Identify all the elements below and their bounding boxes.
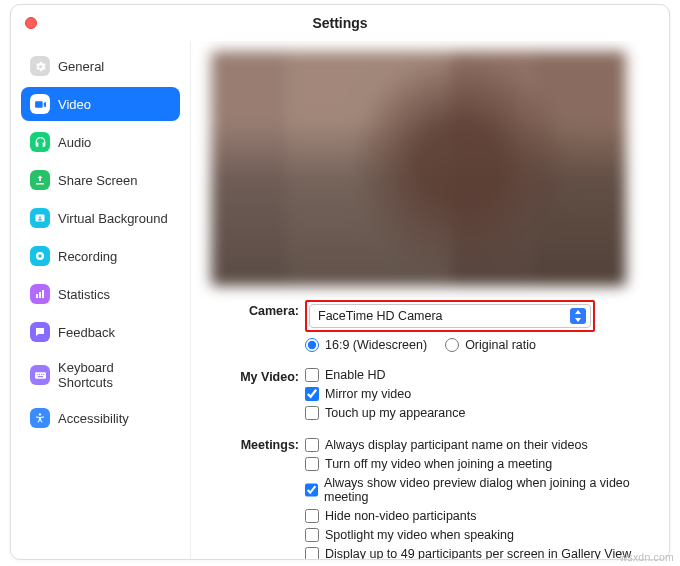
svg-rect-4 (36, 294, 38, 298)
sidebar-item-statistics[interactable]: Statistics (21, 277, 180, 311)
sidebar-item-label: Statistics (58, 287, 110, 302)
aspect-widescreen-radio[interactable]: 16:9 (Widescreen) (305, 336, 427, 354)
watermark: wsxdn.com (620, 551, 674, 563)
titlebar: Settings (11, 5, 669, 41)
camera-select-highlight: FaceTime HD Camera (305, 300, 595, 332)
aspect-original-radio[interactable]: Original ratio (445, 336, 536, 354)
svg-point-3 (38, 254, 42, 258)
touch-up-checkbox[interactable]: Touch up my appearance (305, 404, 649, 422)
my-video-label: My Video: (211, 366, 299, 422)
accessibility-icon (30, 408, 50, 428)
sidebar-item-label: Recording (58, 249, 117, 264)
sidebar-item-label: Accessibility (58, 411, 129, 426)
svg-rect-9 (38, 373, 39, 374)
sidebar-item-virtual-background[interactable]: Virtual Background (21, 201, 180, 235)
svg-rect-12 (37, 376, 42, 377)
sidebar-item-share-screen[interactable]: Share Screen (21, 163, 180, 197)
sidebar-item-label: Keyboard Shortcuts (58, 360, 171, 390)
sidebar-item-recording[interactable]: Recording (21, 239, 180, 273)
camera-select[interactable]: FaceTime HD Camera (309, 304, 591, 328)
svg-point-1 (39, 216, 41, 218)
svg-rect-5 (39, 292, 41, 298)
keyboard-icon (30, 365, 50, 385)
spotlight-checkbox[interactable]: Spotlight my video when speaking (305, 526, 649, 544)
svg-point-13 (39, 413, 41, 415)
headphones-icon (30, 132, 50, 152)
sidebar-item-feedback[interactable]: Feedback (21, 315, 180, 349)
enable-hd-checkbox[interactable]: Enable HD (305, 366, 649, 384)
sidebar-item-label: Video (58, 97, 91, 112)
video-preview (211, 51, 626, 286)
sidebar-item-label: General (58, 59, 104, 74)
virtual-background-icon (30, 208, 50, 228)
svg-rect-6 (42, 290, 44, 298)
close-icon[interactable] (25, 17, 37, 29)
settings-window: Settings General Video Audio (10, 4, 670, 560)
camera-label: Camera: (211, 300, 299, 360)
window-title: Settings (312, 15, 367, 31)
video-icon (30, 94, 50, 114)
sidebar-item-video[interactable]: Video (21, 87, 180, 121)
sidebar-item-general[interactable]: General (21, 49, 180, 83)
svg-rect-7 (35, 372, 46, 379)
recording-icon (30, 246, 50, 266)
hide-nonvideo-checkbox[interactable]: Hide non-video participants (305, 507, 649, 525)
camera-select-value: FaceTime HD Camera (318, 309, 443, 323)
feedback-icon (30, 322, 50, 342)
statistics-icon (30, 284, 50, 304)
sidebar-item-keyboard-shortcuts[interactable]: Keyboard Shortcuts (21, 353, 180, 397)
svg-rect-8 (36, 373, 37, 374)
svg-rect-10 (41, 373, 42, 374)
share-screen-icon (30, 170, 50, 190)
chevron-updown-icon (570, 308, 586, 324)
video-settings-panel: Camera: FaceTime HD Camera 16 (191, 41, 669, 559)
sidebar: General Video Audio Share Screen (11, 41, 191, 559)
display-participant-name-checkbox[interactable]: Always display participant name on their… (305, 436, 649, 454)
preview-dialog-checkbox[interactable]: Always show video preview dialog when jo… (305, 474, 649, 506)
gear-icon (30, 56, 50, 76)
sidebar-item-label: Audio (58, 135, 91, 150)
sidebar-item-label: Feedback (58, 325, 115, 340)
sidebar-item-audio[interactable]: Audio (21, 125, 180, 159)
meetings-label: Meetings: (211, 428, 299, 559)
sidebar-item-accessibility[interactable]: Accessibility (21, 401, 180, 435)
turn-off-video-join-checkbox[interactable]: Turn off my video when joining a meeting (305, 455, 649, 473)
sidebar-item-label: Virtual Background (58, 211, 168, 226)
mirror-video-checkbox[interactable]: Mirror my video (305, 385, 649, 403)
sidebar-item-label: Share Screen (58, 173, 138, 188)
svg-rect-11 (43, 373, 44, 374)
gallery-49-checkbox[interactable]: Display up to 49 participants per screen… (305, 545, 649, 559)
